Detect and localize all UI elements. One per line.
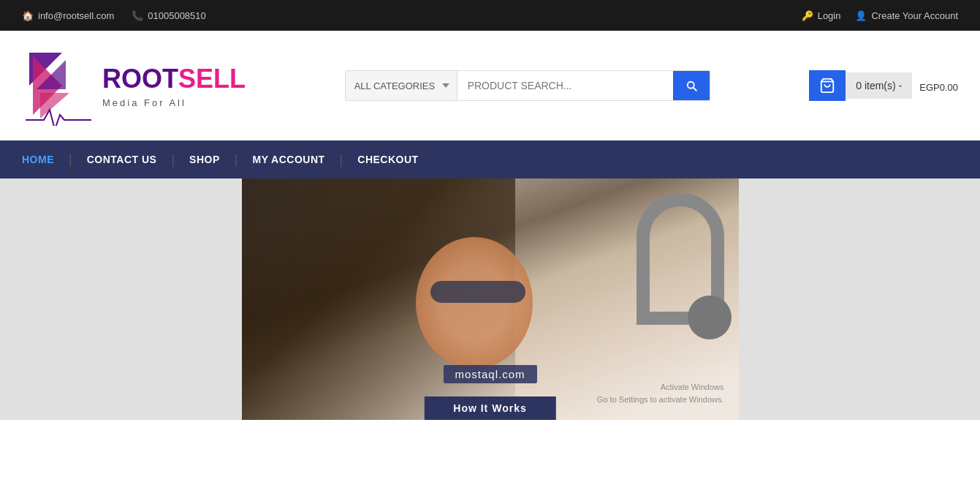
hero-left-space bbox=[0, 178, 242, 420]
nav-home[interactable]: HOME bbox=[22, 140, 69, 178]
logo-root: ROOT bbox=[102, 64, 178, 94]
logo-tagline: Media For All bbox=[102, 97, 246, 108]
nav-account-label: MY ACCOUNT bbox=[252, 154, 324, 165]
cart-icon-box bbox=[809, 70, 846, 101]
logo-text-area: ROOTSELL Media For All bbox=[102, 64, 246, 108]
phone-text: 01005008510 bbox=[148, 10, 206, 21]
hero-banner: mostaql.com Activate Windows Go to Setti… bbox=[0, 178, 980, 420]
cart-button[interactable]: 0 item(s) - bbox=[809, 70, 912, 101]
nav-my-account[interactable]: MY ACCOUNT bbox=[238, 140, 339, 178]
search-bar: ALL CATEGORIES bbox=[345, 70, 710, 101]
phone-item: 📞 01005008510 bbox=[132, 10, 206, 21]
logo-brand: ROOTSELL bbox=[102, 64, 246, 94]
how-it-works-label: How It Works bbox=[453, 402, 526, 414]
logo-area: ROOTSELL Media For All bbox=[22, 45, 246, 126]
cart-total-area: EGP0.00 bbox=[919, 79, 958, 93]
category-select[interactable]: ALL CATEGORIES bbox=[346, 71, 457, 100]
search-input[interactable] bbox=[457, 71, 673, 100]
email-text: info@rootsell.com bbox=[38, 10, 114, 21]
nav-shop[interactable]: SHOP bbox=[175, 140, 235, 178]
email-item: 🏠 info@rootsell.com bbox=[22, 10, 114, 21]
create-account-label: Create Your Account bbox=[871, 10, 958, 21]
logo-sell: SELL bbox=[178, 64, 246, 94]
login-icon: 🔑 bbox=[802, 10, 813, 21]
top-bar-right: 🔑 Login 👤 Create Your Account bbox=[802, 10, 958, 21]
cart-total: EGP0.00 bbox=[919, 82, 958, 93]
header: ROOTSELL Media For All ALL CATEGORIES bbox=[0, 31, 980, 140]
top-bar: 🏠 info@rootsell.com 📞 01005008510 🔑 Logi… bbox=[0, 0, 980, 31]
user-icon: 👤 bbox=[855, 10, 867, 21]
nav-shop-label: SHOP bbox=[189, 154, 220, 165]
nav-bar: HOME | CONTACT US | SHOP | MY ACCOUNT | … bbox=[0, 140, 980, 178]
phone-icon: 📞 bbox=[132, 10, 143, 21]
cart-icon bbox=[819, 78, 835, 94]
top-bar-left: 🏠 info@rootsell.com 📞 01005008510 bbox=[22, 10, 206, 21]
login-link[interactable]: 🔑 Login bbox=[802, 10, 841, 21]
hero-image: mostaql.com Activate Windows Go to Setti… bbox=[242, 178, 739, 420]
watermark-text: mostaql.com bbox=[455, 368, 525, 380]
search-icon bbox=[685, 79, 698, 92]
mostaql-watermark: mostaql.com bbox=[443, 365, 536, 383]
activate-line1: Activate Windows bbox=[597, 381, 724, 394]
svg-marker-3 bbox=[40, 93, 69, 119]
email-icon: 🏠 bbox=[22, 10, 34, 21]
create-account-link[interactable]: 👤 Create Your Account bbox=[855, 10, 958, 21]
login-label: Login bbox=[818, 10, 841, 21]
search-button[interactable] bbox=[673, 71, 710, 100]
nav-contact-label: CONTACT US bbox=[87, 154, 157, 165]
nav-checkout[interactable]: CHECKOUT bbox=[343, 140, 433, 178]
cart-area: 0 item(s) - EGP0.00 bbox=[809, 70, 958, 101]
activate-line2: Go to Settings to activate Windows. bbox=[597, 394, 724, 406]
logo-icon bbox=[22, 45, 95, 126]
how-it-works-bar: How It Works bbox=[424, 396, 555, 420]
cart-label: 0 item(s) - bbox=[846, 72, 912, 99]
nav-contact-us[interactable]: CONTACT US bbox=[72, 140, 172, 178]
activate-windows-notice: Activate Windows Go to Settings to activ… bbox=[597, 381, 724, 405]
nav-home-label: HOME bbox=[22, 154, 54, 165]
nav-checkout-label: CHECKOUT bbox=[357, 154, 418, 165]
hero-right-space bbox=[739, 178, 981, 420]
